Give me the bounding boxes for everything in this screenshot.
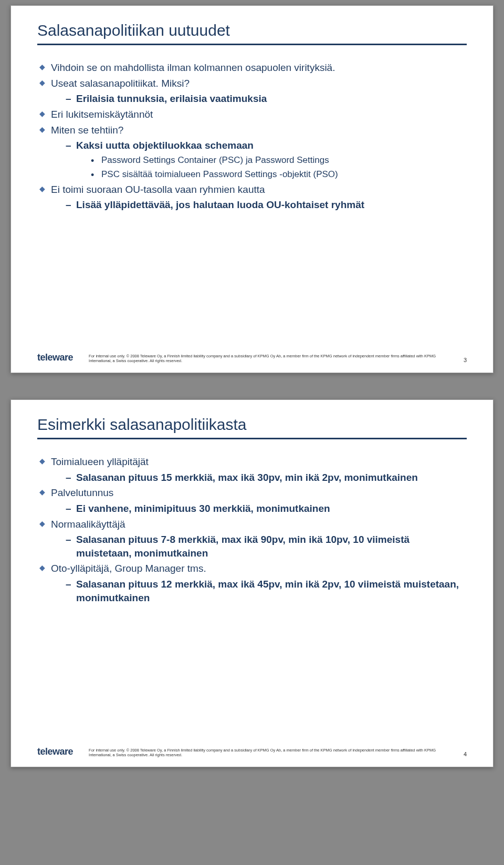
item-text: Ei vanhene, minimipituus 30 merkkiä, mon…: [76, 503, 330, 514]
slide-footer: teleware For internal use only. © 2008 T…: [37, 352, 467, 363]
item-text: Normaalikäyttäjä: [51, 519, 125, 530]
item-text: Vihdoin se on mahdollista ilman kolmanne…: [51, 62, 335, 73]
item-text: Ei toimi suoraan OU-tasolla vaan ryhmien…: [51, 184, 265, 195]
brand-logo: teleware: [37, 746, 73, 757]
list-item: Oto-ylläpitäjä, Group Manager tms. Salas…: [37, 562, 467, 604]
list-item: Salasanan pituus 7-8 merkkiä, max ikä 90…: [66, 533, 467, 560]
list-item: Salasanan pituus 15 merkkiä, max ikä 30p…: [66, 471, 467, 485]
item-text: Miten se tehtiin?: [51, 125, 123, 136]
list-item: Ei toimi suoraan OU-tasolla vaan ryhmien…: [37, 183, 467, 212]
list-item: Useat salasanapolitiikat. Miksi? Erilais…: [37, 77, 467, 106]
item-text: Salasanan pituus 12 merkkiä, max ikä 45p…: [76, 579, 459, 603]
item-text: Oto-ylläpitäjä, Group Manager tms.: [51, 563, 206, 574]
item-text: Useat salasanapolitiikat. Miksi?: [51, 78, 190, 89]
item-text: PSC sisältää toimialueen Password Settin…: [101, 169, 338, 179]
list-item: Ei vanhene, minimipituus 30 merkkiä, mon…: [66, 502, 467, 516]
brand-logo: teleware: [37, 352, 73, 363]
item-text: Toimialueen ylläpitäjät: [51, 456, 149, 467]
slide-footer: teleware For internal use only. © 2008 T…: [37, 746, 467, 757]
list-item: Toimialueen ylläpitäjät Salasanan pituus…: [37, 455, 467, 484]
list-item: Eri lukitsemiskäytännöt: [37, 108, 467, 121]
item-text: Eri lukitsemiskäytännöt: [51, 109, 153, 120]
list-item: Lisää ylläpidettävää, jos halutaan luoda…: [66, 198, 467, 212]
legal-text: For internal use only. © 2008 Teleware O…: [89, 748, 448, 757]
item-text: Lisää ylläpidettävää, jos halutaan luoda…: [76, 199, 364, 210]
item-text: Palvelutunnus: [51, 487, 113, 498]
title-bar: Salasanapolitiikan uutuudet: [37, 22, 467, 45]
slide: Salasanapolitiikan uutuudet Vihdoin se o…: [10, 5, 494, 373]
list-item: Normaalikäyttäjä Salasanan pituus 7-8 me…: [37, 518, 467, 560]
slide-title: Salasanapolitiikan uutuudet: [37, 22, 467, 39]
list-item: Palvelutunnus Ei vanhene, minimipituus 3…: [37, 486, 467, 515]
item-text: Erilaisia tunnuksia, erilaisia vaatimuks…: [76, 93, 267, 104]
slide-title: Esimerkki salasanapolitiikasta: [37, 416, 467, 434]
item-text: Salasanan pituus 7-8 merkkiä, max ikä 90…: [76, 534, 410, 559]
title-bar: Esimerkki salasanapolitiikasta: [37, 416, 467, 439]
slide-content: Toimialueen ylläpitäjät Salasanan pituus…: [37, 455, 467, 604]
list-item: Kaksi uutta objektiluokkaa schemaan Pass…: [66, 139, 467, 181]
page-number: 3: [464, 357, 467, 363]
list-item: Salasanan pituus 12 merkkiä, max ikä 45p…: [66, 578, 467, 604]
list-item: Password Settings Container (PSC) ja Pas…: [91, 155, 467, 167]
list-item: Erilaisia tunnuksia, erilaisia vaatimuks…: [66, 92, 467, 106]
item-text: Password Settings Container (PSC) ja Pas…: [101, 155, 329, 165]
page-number: 4: [464, 751, 467, 757]
slide: Esimerkki salasanapolitiikasta Toimialue…: [10, 399, 494, 767]
legal-text: For internal use only. © 2008 Teleware O…: [89, 354, 448, 363]
list-item: Miten se tehtiin? Kaksi uutta objektiluo…: [37, 123, 467, 181]
item-text: Kaksi uutta objektiluokkaa schemaan: [76, 140, 254, 151]
slide-content: Vihdoin se on mahdollista ilman kolmanne…: [37, 61, 467, 212]
list-item: PSC sisältää toimialueen Password Settin…: [91, 169, 467, 181]
item-text: Salasanan pituus 15 merkkiä, max ikä 30p…: [76, 472, 418, 483]
list-item: Vihdoin se on mahdollista ilman kolmanne…: [37, 61, 467, 75]
